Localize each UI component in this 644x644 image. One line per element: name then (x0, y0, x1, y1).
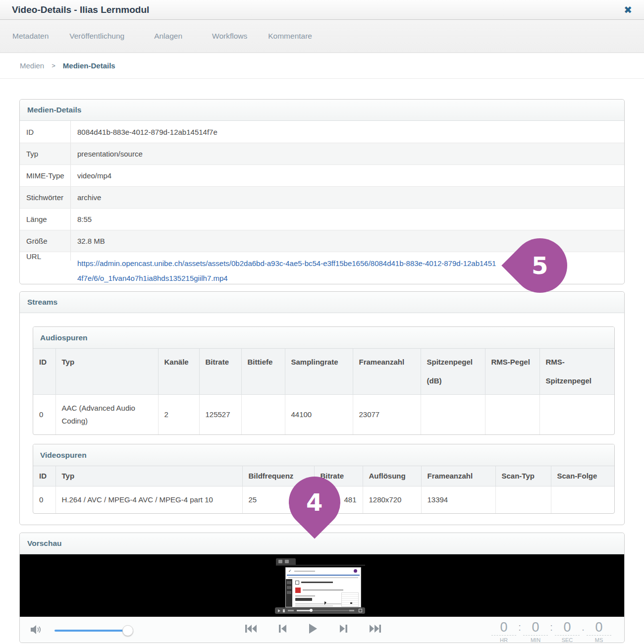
timecode-milliseconds[interactable]: 0 MS (587, 620, 611, 643)
media-url-link[interactable]: https://admin.opencast.unibe.ch/assets/a… (77, 259, 496, 282)
detail-value: archive (71, 187, 624, 208)
timecode-hours[interactable]: 0 HR (491, 620, 516, 643)
thumb-page: ✓ (285, 567, 361, 607)
col-bittiefe: Bittiefe (241, 349, 285, 395)
close-icon[interactable]: ✖ (624, 5, 632, 15)
detail-label: ID (20, 121, 71, 143)
timecode-minutes[interactable]: 0 MIN (523, 620, 548, 643)
col-frameanzahl: Frameanzahl (421, 466, 495, 486)
col-frameanzahl: Frameanzahl (353, 349, 421, 395)
volume-slider-knob[interactable] (122, 625, 133, 636)
detail-row-mime: MIME-Type video/mp4 (20, 164, 624, 186)
video-thumbnail: ✓ (273, 558, 367, 614)
thumb-check-icon: ✓ (288, 569, 292, 573)
thumb-browser-tab (276, 558, 296, 565)
breadcrumb-medien-details: Medien-Details (63, 61, 115, 70)
videospuren-title: Videospuren (33, 444, 614, 466)
skip-to-start-button[interactable] (245, 624, 257, 633)
col-scan-folge: Scan-Folge (551, 466, 615, 486)
play-button[interactable] (309, 623, 318, 634)
col-spitzenpegel: Spitzenpegel (dB) (421, 349, 485, 395)
thumb-calendar (341, 592, 359, 607)
audiospuren-table: Audiospuren ID Typ Kanäle Bitrate Bittie… (33, 326, 615, 435)
tab-anlagen[interactable]: Anlagen (154, 32, 182, 41)
thumb-avatar (354, 569, 357, 573)
thumb-player-bar (275, 607, 365, 614)
annotation-label: 5 (532, 252, 548, 279)
timecode-seconds[interactable]: 0 SEC (555, 620, 580, 643)
modal-titlebar: Video-Details - Ilias Lernmodul ✖ (0, 0, 644, 20)
detail-value: 8:55 (71, 209, 624, 230)
detail-row-stichwoerter: Stichwörter archive (20, 186, 624, 208)
col-kanaele: Kanäle (158, 349, 199, 395)
col-samplingrate: Samplingrate (285, 349, 353, 395)
timecode-display: 0 HR : 0 MIN : 0 SEC . 0 MS (491, 620, 611, 643)
transport-buttons (245, 623, 381, 634)
volume-icon[interactable] (31, 624, 44, 635)
breadcrumb-medien[interactable]: Medien (20, 61, 44, 70)
thumb-cursor (324, 601, 326, 605)
medien-details-title: Medien-Details (20, 100, 624, 121)
page-title: Video-Details - Ilias Lernmodul (12, 4, 149, 15)
tab-metadaten[interactable]: Metadaten (12, 32, 49, 41)
thumb-logo (295, 588, 301, 593)
skip-to-end-button[interactable] (369, 624, 381, 633)
thumb-sidebar (286, 579, 292, 607)
streams-title: Streams (20, 292, 624, 313)
audio-data-row: 0 AAC (Advanced Audio Coding) 2 125527 4… (33, 395, 615, 435)
detail-value: presentation/source (71, 143, 624, 164)
col-id: ID (33, 349, 55, 395)
annotation-label: 4 (306, 488, 322, 516)
tab-kommentare[interactable]: Kommentare (268, 32, 312, 41)
detail-label: Stichwörter (20, 187, 71, 208)
previous-frame-button[interactable] (279, 624, 287, 633)
vorschau-panel: Vorschau ✓ (19, 533, 625, 643)
detail-row-typ: Typ presentation/source (20, 143, 624, 164)
col-rms-pegel: RMS-Pegel (485, 349, 539, 395)
breadcrumb: Medien > Medien-Details (0, 53, 644, 79)
audiospuren-title: Audiospuren (33, 327, 614, 349)
col-id: ID (33, 466, 55, 486)
chevron-right-icon: > (52, 62, 55, 69)
detail-row-laenge: Länge 8:55 (20, 208, 624, 230)
detail-label: Typ (20, 143, 71, 164)
next-frame-button[interactable] (339, 624, 347, 633)
video-stage[interactable]: ✓ (20, 554, 624, 617)
tab-workflows[interactable]: Workflows (212, 32, 247, 41)
col-typ: Typ (55, 466, 242, 486)
col-typ: Typ (55, 349, 158, 395)
player-controls: 0 HR : 0 MIN : 0 SEC . 0 MS (20, 617, 624, 643)
tab-veroeffentlichung[interactable]: Veröffentlichung (69, 32, 124, 41)
detail-label: Länge (20, 209, 71, 230)
volume-slider-track[interactable] (54, 630, 128, 632)
detail-row-id: ID 8084d41b-883e-4012-879d-12ab14514f7e (20, 121, 624, 143)
col-rms-spitzenpegel: RMS-Spitzenpegel (539, 349, 615, 395)
col-aufloesung: Auflösung (363, 466, 421, 486)
detail-label: Größe (20, 230, 71, 252)
detail-label: URL (20, 252, 71, 261)
detail-label: MIME-Type (20, 165, 71, 186)
detail-value: 8084d41b-883e-4012-879d-12ab14514f7e (71, 121, 624, 143)
tab-bar: Metadaten Veröffentlichung Anlagen Workf… (0, 20, 644, 53)
audio-header-row: ID Typ Kanäle Bitrate Bittiefe Samplingr… (33, 349, 615, 395)
vorschau-title: Vorschau (20, 533, 624, 554)
col-bitrate: Bitrate (199, 349, 241, 395)
detail-value: video/mp4 (71, 165, 624, 186)
col-scan-typ: Scan-Typ (495, 466, 551, 486)
